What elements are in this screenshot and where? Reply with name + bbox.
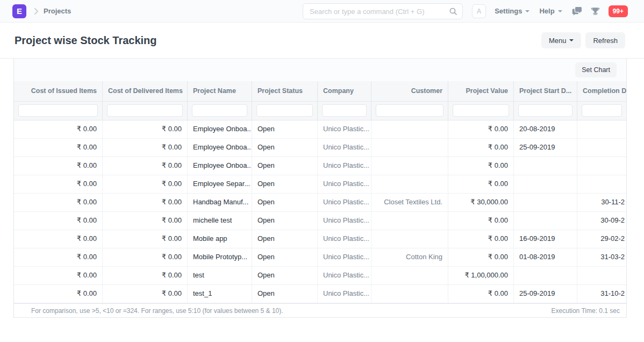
column-header-company[interactable]: Company <box>318 81 371 101</box>
search-input[interactable] <box>303 3 463 19</box>
cell-project-start-d[interactable] <box>514 175 577 193</box>
filter-input-project-start-d[interactable] <box>518 104 573 117</box>
cell-project-value[interactable]: ₹ 0.00 <box>448 157 514 175</box>
cell-completion-d[interactable] <box>577 157 626 175</box>
menu-button[interactable]: Menu <box>541 32 582 48</box>
cell-completion-d[interactable]: 30-09-2 <box>577 212 626 230</box>
cell-cost-of-delivered-items[interactable]: ₹ 0.00 <box>103 267 188 284</box>
refresh-button[interactable]: Refresh <box>585 32 625 48</box>
cell-company[interactable]: Unico Plastic... <box>318 267 371 284</box>
filter-input-customer[interactable] <box>376 104 443 117</box>
app-logo[interactable]: E <box>12 4 26 18</box>
cell-project-start-d[interactable]: 25-09-2019 <box>514 285 577 303</box>
column-header-completion-d[interactable]: Completion D... <box>577 81 626 101</box>
cell-project-start-d[interactable]: 25-09-2019 <box>514 139 577 156</box>
cell-project-name[interactable]: Employee Onboa... <box>188 139 252 156</box>
cell-project-name[interactable]: michelle test <box>188 212 252 230</box>
cell-company[interactable]: Unico Plastic... <box>318 285 371 303</box>
cell-project-start-d[interactable]: 16-09-2019 <box>514 230 577 248</box>
cell-cost-of-issued-items[interactable]: ₹ 0.00 <box>14 230 103 248</box>
cell-cost-of-delivered-items[interactable]: ₹ 0.00 <box>103 157 188 175</box>
cell-company[interactable]: Unico Plastic... <box>318 230 371 248</box>
table-row[interactable]: ₹ 0.00₹ 0.00testOpenUnico Plastic...₹ 1,… <box>14 267 626 285</box>
cell-project-start-d[interactable]: 20-08-2019 <box>514 120 577 138</box>
cell-completion-d[interactable] <box>577 267 626 284</box>
help-menu[interactable]: Help <box>539 7 562 15</box>
breadcrumb[interactable]: Projects <box>44 7 71 15</box>
cell-cost-of-issued-items[interactable]: ₹ 0.00 <box>14 139 103 156</box>
cell-project-value[interactable]: ₹ 0.00 <box>448 175 514 193</box>
column-header-project-value[interactable]: Project Value <box>448 81 514 101</box>
cell-company[interactable]: Unico Plastic... <box>318 212 371 230</box>
cell-project-value[interactable]: ₹ 1,00,000.00 <box>448 267 514 284</box>
cell-completion-d[interactable] <box>577 175 626 193</box>
cell-company[interactable]: Unico Plastic... <box>318 194 371 211</box>
cell-project-value[interactable]: ₹ 0.00 <box>448 285 514 303</box>
trophy-icon[interactable] <box>591 6 600 16</box>
cell-project-status[interactable]: Open <box>252 120 318 138</box>
cell-cost-of-delivered-items[interactable]: ₹ 0.00 <box>103 139 188 156</box>
notifications-badge[interactable]: 99+ <box>609 5 628 17</box>
cell-customer[interactable] <box>371 157 448 175</box>
cell-customer[interactable]: Cotton King <box>371 248 448 266</box>
cell-project-value[interactable]: ₹ 0.00 <box>448 230 514 248</box>
cell-customer[interactable]: Closet Textiles Ltd. <box>371 194 448 211</box>
cell-completion-d[interactable]: 31-10-2 <box>577 285 626 303</box>
cell-project-status[interactable]: Open <box>252 175 318 193</box>
cell-project-name[interactable]: test <box>188 267 252 284</box>
cell-cost-of-issued-items[interactable]: ₹ 0.00 <box>14 120 103 138</box>
cell-project-value[interactable]: ₹ 0.00 <box>448 120 514 138</box>
set-chart-button[interactable]: Set Chart <box>575 62 617 77</box>
chat-icon[interactable] <box>572 6 582 16</box>
filter-input-cost-of-delivered-items[interactable] <box>107 104 183 117</box>
cell-company[interactable]: Unico Plastic... <box>318 120 371 138</box>
table-row[interactable]: ₹ 0.00₹ 0.00test_1OpenUnico Plastic...₹ … <box>14 285 626 303</box>
cell-cost-of-delivered-items[interactable]: ₹ 0.00 <box>103 212 188 230</box>
cell-project-start-d[interactable] <box>514 212 577 230</box>
column-header-cost-of-delivered-items[interactable]: Cost of Delivered Items <box>103 81 188 101</box>
cell-completion-d[interactable]: 30-11-2 <box>577 194 626 211</box>
cell-cost-of-delivered-items[interactable]: ₹ 0.00 <box>103 120 188 138</box>
cell-customer[interactable] <box>371 175 448 193</box>
cell-cost-of-issued-items[interactable]: ₹ 0.00 <box>14 212 103 230</box>
cell-customer[interactable] <box>371 230 448 248</box>
cell-company[interactable]: Unico Plastic... <box>318 248 371 266</box>
cell-company[interactable]: Unico Plastic... <box>318 175 371 193</box>
table-row[interactable]: ₹ 0.00₹ 0.00Employee Onboa...OpenUnico P… <box>14 120 626 139</box>
cell-project-start-d[interactable] <box>514 157 577 175</box>
cell-project-name[interactable]: Handbag Manuf... <box>188 194 252 211</box>
cell-project-name[interactable]: Employee Onboa... <box>188 157 252 175</box>
cell-project-name[interactable]: test_1 <box>188 285 252 303</box>
cell-project-status[interactable]: Open <box>252 194 318 211</box>
cell-customer[interactable] <box>371 285 448 303</box>
cell-cost-of-issued-items[interactable]: ₹ 0.00 <box>14 267 103 284</box>
cell-project-name[interactable]: Employee Separ... <box>188 175 252 193</box>
cell-customer[interactable] <box>371 139 448 156</box>
cell-project-status[interactable]: Open <box>252 230 318 248</box>
cell-cost-of-delivered-items[interactable]: ₹ 0.00 <box>103 194 188 211</box>
cell-company[interactable]: Unico Plastic... <box>318 139 371 156</box>
cell-project-value[interactable]: ₹ 30,000.00 <box>448 194 514 211</box>
table-row[interactable]: ₹ 0.00₹ 0.00michelle testOpenUnico Plast… <box>14 212 626 230</box>
column-header-customer[interactable]: Customer <box>371 81 448 101</box>
cell-cost-of-delivered-items[interactable]: ₹ 0.00 <box>103 230 188 248</box>
cell-cost-of-issued-items[interactable]: ₹ 0.00 <box>14 175 103 193</box>
cell-project-status[interactable]: Open <box>252 285 318 303</box>
cell-cost-of-delivered-items[interactable]: ₹ 0.00 <box>103 248 188 266</box>
filter-input-project-name[interactable] <box>192 104 247 117</box>
cell-cost-of-delivered-items[interactable]: ₹ 0.00 <box>103 175 188 193</box>
cell-cost-of-issued-items[interactable]: ₹ 0.00 <box>14 285 103 303</box>
cell-project-value[interactable]: ₹ 0.00 <box>448 139 514 156</box>
table-row[interactable]: ₹ 0.00₹ 0.00Employee Onboa...OpenUnico P… <box>14 139 626 157</box>
cell-project-status[interactable]: Open <box>252 212 318 230</box>
cell-project-name[interactable]: Mobile app <box>188 230 252 248</box>
cell-project-start-d[interactable] <box>514 267 577 284</box>
cell-customer[interactable] <box>371 267 448 284</box>
table-row[interactable]: ₹ 0.00₹ 0.00Mobile Prototyp...OpenUnico … <box>14 248 626 267</box>
filter-input-project-status[interactable] <box>256 104 313 117</box>
filter-input-completion-d[interactable] <box>582 104 622 117</box>
column-header-project-name[interactable]: Project Name <box>188 81 252 101</box>
cell-project-name[interactable]: Mobile Prototyp... <box>188 248 252 266</box>
cell-cost-of-issued-items[interactable]: ₹ 0.00 <box>14 248 103 266</box>
cell-completion-d[interactable]: 29-02-2 <box>577 230 626 248</box>
